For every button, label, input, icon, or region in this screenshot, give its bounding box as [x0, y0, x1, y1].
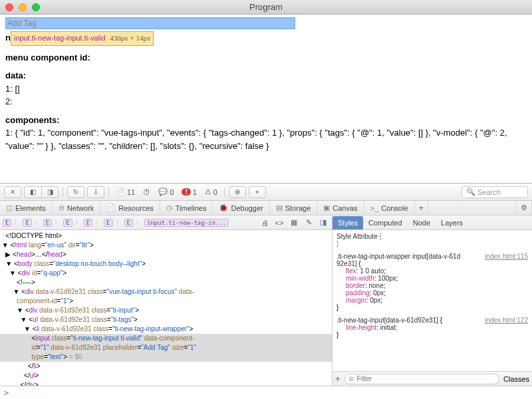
- breadcrumb: E〉 E〉 E〉 E〉 E〉 E〉 E〉 input.ti-new-tag-in…: [0, 215, 332, 230]
- tab-layers[interactable]: Layers: [436, 215, 468, 229]
- styles-filterbar: ⊘ Classes: [332, 371, 532, 386]
- devtools-panel: ✕ ◧◨ ↻ ⇩ 📄 11 ⏱ 💬 0 ! 1 ⚠ 0 ⊕ ⌖ 🔍 Search…: [0, 183, 532, 399]
- data-label: data:: [5, 69, 527, 82]
- styles-panel[interactable]: Style Attribute {} .ti-new-tag-input-wra…: [332, 230, 532, 371]
- breadcrumb-item[interactable]: input.ti-new-tag-in...: [144, 219, 229, 227]
- breadcrumb-item[interactable]: E: [3, 219, 11, 227]
- tab-storage[interactable]: ▤ Storage: [270, 201, 318, 215]
- time-indicator: ⏱: [140, 188, 153, 196]
- comment-count: 💬 0: [156, 188, 176, 196]
- reload-button[interactable]: ↻: [67, 186, 84, 198]
- tab-canvas[interactable]: ▣ Canvas: [317, 201, 364, 215]
- breadcrumb-item[interactable]: E: [23, 219, 31, 227]
- filter-input[interactable]: [344, 374, 499, 384]
- highlighted-input[interactable]: Add Tag: [5, 17, 295, 29]
- error-count: ! 1: [179, 188, 199, 196]
- devtools-tabs: ◫ Elements ⊖ Network 📄 Resources ◷ Timel…: [0, 201, 532, 215]
- breadcrumb-item[interactable]: E: [43, 219, 52, 227]
- inspect-button[interactable]: ⊕: [229, 186, 246, 198]
- add-rule-button[interactable]: [335, 374, 340, 384]
- page-content: Add Tag ninput.ti-new-tag-input.ti-valid…: [0, 15, 532, 152]
- console-prompt-icon: >: [4, 388, 9, 398]
- data-line-2: 2:: [5, 95, 527, 108]
- edit-icon[interactable]: ✎: [303, 217, 315, 228]
- ruler-icon[interactable]: ▦: [288, 217, 300, 228]
- styles-tabs: Styles Computed Node Layers: [332, 215, 532, 230]
- breadcrumb-item[interactable]: E: [63, 219, 72, 227]
- settings-button[interactable]: ⚙: [516, 201, 532, 215]
- dock-right-button[interactable]: ◨: [41, 186, 59, 198]
- console-drawer[interactable]: >: [0, 386, 532, 399]
- tab-node[interactable]: Node: [408, 215, 436, 229]
- print-icon[interactable]: 🖨: [259, 217, 271, 228]
- components-body: 1: { "id": 1, "component": "vue-tags-inp…: [5, 126, 524, 152]
- sidebar-toggle-icon[interactable]: ◨: [317, 217, 329, 228]
- tab-resources[interactable]: 📄 Resources: [100, 201, 160, 215]
- window-title: Program: [0, 2, 532, 12]
- tab-console[interactable]: >_ Console: [364, 201, 415, 215]
- devtools-toolbar: ✕ ◧◨ ↻ ⇩ 📄 11 ⏱ 💬 0 ! 1 ⚠ 0 ⊕ ⌖ 🔍 Search: [0, 184, 532, 201]
- data-line-1: 1: []: [5, 82, 527, 96]
- tab-styles[interactable]: Styles: [332, 216, 363, 229]
- crosshair-button[interactable]: ⌖: [249, 186, 266, 198]
- filter-icon: ⊘: [348, 375, 354, 382]
- code-icon[interactable]: <>: [273, 217, 285, 228]
- dom-tree[interactable]: <!DOCTYPE html> ▼ <html lang="en-us" dir…: [0, 230, 332, 386]
- components-label: components:: [5, 114, 527, 127]
- tab-elements[interactable]: ◫ Elements: [0, 201, 53, 215]
- tab-add[interactable]: [415, 201, 429, 215]
- tab-timelines[interactable]: ◷ Timelines: [160, 201, 213, 215]
- plus-icon: [419, 203, 424, 213]
- tab-debugger[interactable]: 🐞 Debugger: [213, 201, 269, 215]
- window-titlebar: Program: [0, 0, 532, 15]
- warn-count: ⚠ 0: [202, 188, 220, 196]
- close-devtools-button[interactable]: ✕: [4, 186, 21, 198]
- download-button[interactable]: ⇩: [87, 186, 104, 198]
- element-tooltip: input.ti-new-tag-input.ti-valid 436px × …: [11, 31, 154, 46]
- search-input[interactable]: 🔍 Search: [462, 186, 528, 198]
- breadcrumb-item[interactable]: E: [124, 219, 133, 227]
- file-count: 📄 11: [113, 188, 138, 196]
- selected-dom-node[interactable]: <input class="ti-new-tag-input ti-valid"…: [0, 334, 332, 343]
- menu-component-id-label: menu component id:: [5, 51, 527, 65]
- breadcrumb-item[interactable]: E: [104, 219, 112, 227]
- classes-button[interactable]: Classes: [503, 375, 529, 383]
- breadcrumb-item[interactable]: E: [84, 219, 92, 227]
- tab-computed[interactable]: Computed: [363, 215, 408, 229]
- tab-network[interactable]: ⊖ Network: [53, 201, 100, 215]
- dock-left-button[interactable]: ◧: [24, 186, 41, 198]
